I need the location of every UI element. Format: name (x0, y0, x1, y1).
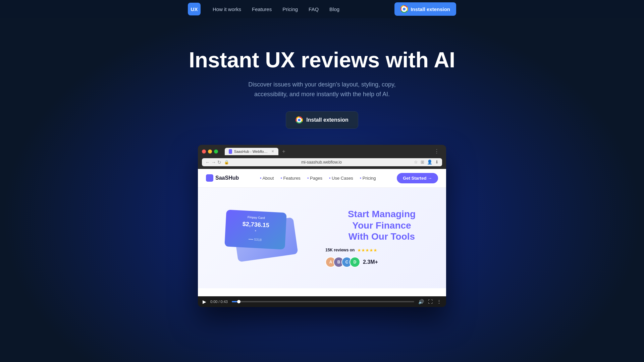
review-count: 15K reviews on (325, 248, 355, 252)
card-front: Finpay Card $2,736.15 ● •••• 5318 (224, 209, 287, 249)
inner-site-logo: SaaSHub (206, 174, 239, 182)
nav-link-features[interactable]: Features (252, 6, 272, 12)
address-bar[interactable]: ← → ↻ 🔒 mi-saashub.webflow.io ☆ ⊞ 👤 ⬇ (202, 158, 442, 166)
nav-left: UX How it works Features Pricing FAQ Blo… (188, 3, 339, 15)
bookmark-icon[interactable]: ☆ (414, 160, 418, 165)
back-arrow-icon[interactable]: ← (205, 160, 210, 165)
card-stack: ↑ Finpay Card $2.7... •••• 5318 Finpay C… (225, 211, 299, 265)
nav-link-faq[interactable]: FAQ (309, 6, 319, 12)
logo[interactable]: UX (188, 3, 201, 15)
reviews-row: 15K reviews on ★★★★★ (325, 248, 438, 253)
navbar: UX How it works Features Pricing FAQ Blo… (0, 0, 644, 18)
inner-site-nav-links: About Features Pages Use Cases Pricing (260, 176, 376, 181)
card-front-brand: Finpay Card (231, 215, 282, 221)
nav-link-pricing[interactable]: Pricing (282, 6, 298, 12)
maximize-window-dot[interactable] (214, 149, 218, 154)
play-button[interactable]: ▶ (203, 299, 206, 304)
nav-link-blog[interactable]: Blog (329, 6, 339, 12)
inner-hero-text: Start Managing Your Finance With Our Too… (319, 208, 438, 267)
forward-arrow-icon[interactable]: → (211, 160, 216, 165)
avatar-4: D (350, 257, 360, 267)
more-options-icon[interactable]: ⋮ (437, 299, 441, 304)
video-time: 0:00 / 0:43 (210, 300, 228, 304)
avatars-row: A B C D 2.3M+ (325, 257, 438, 267)
browser-menu-icon[interactable]: ⋮ (434, 148, 442, 155)
inner-nav-about[interactable]: About (260, 176, 274, 181)
tab-close-icon[interactable]: ✕ (271, 149, 274, 154)
hero-title: Instant UX reviews with AI (189, 48, 455, 72)
reload-icon[interactable]: ↻ (217, 160, 221, 165)
browser-nav-arrows: ← → ↻ (205, 160, 221, 165)
star-rating: ★★★★★ (357, 248, 377, 253)
minimize-window-dot[interactable] (208, 149, 212, 154)
browser-chrome-bar: SaasHub - Webflow Ecomm... ✕ + ⋮ ← → ↻ 🔒… (198, 145, 446, 169)
hero-subtitle: Discover issues with your design's layou… (238, 80, 406, 99)
volume-icon[interactable]: 🔊 (418, 299, 424, 304)
inner-nav-pages[interactable]: Pages (307, 176, 322, 181)
browser-mockup: SaasHub - Webflow Ecomm... ✕ + ⋮ ← → ↻ 🔒… (198, 145, 446, 307)
inner-site-cta-button[interactable]: Get Started → (397, 173, 438, 183)
video-control-icons: 🔊 ⛶ ⋮ (418, 299, 441, 304)
inner-hero-illustration: ↑ Finpay Card $2.7... •••• 5318 Finpay C… (206, 211, 319, 265)
video-progress-fill (232, 301, 237, 302)
extensions-icon[interactable]: ⊞ (421, 160, 424, 165)
browser-tab-bar: SaasHub - Webflow Ecomm... ✕ + (225, 147, 288, 156)
profile-icon[interactable]: 👤 (427, 160, 432, 165)
card-dots: •••• 5318 (229, 236, 280, 243)
browser-content-area: SaaSHub About Features Pages Use Cases P… (198, 169, 446, 296)
url-display[interactable]: mi-saashub.webflow.io (232, 160, 411, 165)
svg-point-3 (298, 119, 301, 121)
svg-point-1 (403, 8, 406, 10)
inner-nav-features[interactable]: Features (280, 176, 300, 181)
video-progress-bar[interactable] (232, 301, 414, 302)
inner-nav-pricing[interactable]: Pricing (360, 176, 376, 181)
new-tab-button[interactable]: + (280, 147, 288, 156)
user-count: 2.3M+ (363, 259, 378, 265)
hero-install-button[interactable]: Install extension (286, 111, 358, 129)
nav-install-button[interactable]: Install extension (394, 2, 456, 16)
inner-nav-use-cases[interactable]: Use Cases (329, 176, 353, 181)
nav-links: How it works Features Pricing FAQ Blog (213, 6, 339, 12)
inner-hero-title: Start Managing Your Finance With Our Too… (325, 208, 438, 242)
fullscreen-icon[interactable]: ⛶ (428, 299, 433, 304)
chrome-icon-hero (296, 116, 303, 124)
browser-active-tab[interactable]: SaasHub - Webflow Ecomm... ✕ (225, 148, 278, 155)
close-window-dot[interactable] (202, 149, 206, 154)
browser-window-controls (202, 149, 218, 154)
lock-icon: 🔒 (224, 160, 229, 165)
hero-accent-text: Our Tools (371, 231, 415, 242)
tab-favicon (229, 149, 232, 154)
nav-link-how-it-works[interactable]: How it works (213, 6, 241, 12)
download-icon[interactable]: ⬇ (435, 160, 439, 165)
chrome-icon-nav (400, 5, 408, 13)
inner-site-nav: SaaSHub About Features Pages Use Cases P… (198, 169, 446, 188)
inner-site-hero: ↑ Finpay Card $2.7... •••• 5318 Finpay C… (198, 188, 446, 288)
video-controls-bar: ▶ 0:00 / 0:43 🔊 ⛶ ⋮ (198, 296, 446, 307)
inner-site-logo-icon (206, 174, 213, 182)
address-bar-icons: ☆ ⊞ 👤 ⬇ (414, 160, 439, 165)
hero-section: Instant UX reviews with AI Discover issu… (0, 18, 644, 307)
video-progress-dot (237, 300, 240, 303)
avatar-group: A B C D (325, 257, 360, 267)
